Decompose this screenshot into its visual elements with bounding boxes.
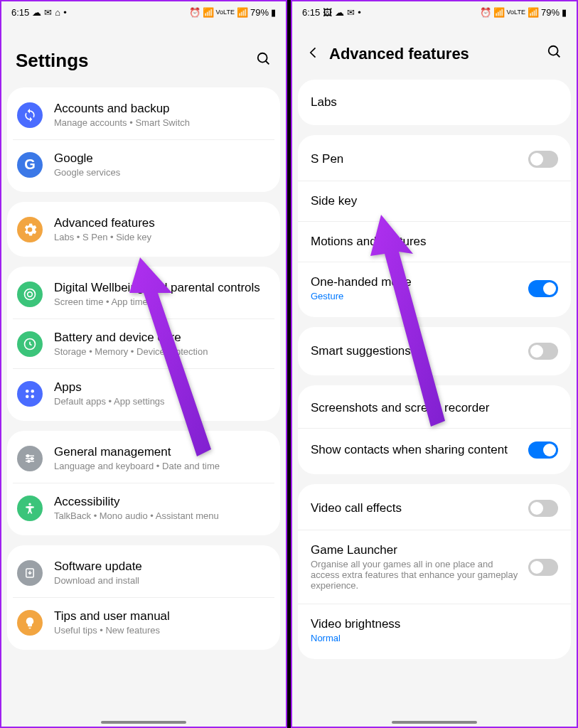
battery-pct: 79%	[250, 7, 269, 18]
image-icon: 🖼	[323, 7, 332, 18]
svg-point-5	[26, 390, 29, 393]
setting-text: Tips and user manual Useful tips • New f…	[54, 609, 270, 636]
wellbeing-icon	[17, 282, 43, 307]
adv-item-show-contacts-when-sharing-content[interactable]: Show contacts when sharing content	[298, 428, 571, 471]
settings-item-accessibility[interactable]: Accessibility TalkBack • Mono audio • As…	[13, 483, 274, 532]
setting-subtitle: Labs • S Pen • Side key	[54, 232, 270, 242]
toggle-switch[interactable]	[528, 151, 558, 168]
svg-point-0	[258, 53, 267, 62]
adv-title: Labs	[311, 95, 552, 109]
setting-text: Apps Default apps • App settings	[54, 380, 270, 407]
home-icon: ⌂	[55, 7, 60, 18]
settings-card: Accounts and backup Manage accounts • Sm…	[7, 87, 280, 192]
sliders-icon	[17, 446, 43, 471]
settings-item-battery-and-device-care[interactable]: Battery and device care Storage • Memory…	[13, 318, 274, 368]
adv-text: Side key	[311, 194, 558, 208]
toggle-switch[interactable]	[528, 500, 558, 517]
settings-card: Software update Download and install Tip…	[7, 545, 280, 650]
status-bar: 6:15 🖼 ☁ ✉ • ⏰ 📶 VoLTE 📶 79% ▮	[292, 1, 577, 23]
setting-text: Google Google services	[54, 151, 270, 178]
volte-icon: VoLTE	[507, 9, 525, 16]
setting-text: Software update Download and install	[54, 560, 270, 586]
adv-title: One-handed mode	[311, 275, 523, 289]
adv-text: Screenshots and screen recorder	[311, 401, 558, 415]
settings-card: Advanced features Labs • S Pen • Side ke…	[7, 202, 280, 257]
advanced-card: Video call effects Game Launcher Organis…	[298, 484, 571, 659]
adv-item-game-launcher[interactable]: Game Launcher Organise all your games al…	[298, 530, 571, 604]
settings-item-advanced-features[interactable]: Advanced features Labs • S Pen • Side ke…	[7, 205, 280, 254]
gear-icon	[17, 217, 43, 242]
toggle-switch[interactable]	[528, 441, 558, 459]
settings-item-apps[interactable]: Apps Default apps • App settings	[13, 368, 274, 418]
svg-point-2	[25, 289, 36, 299]
apps-icon	[17, 381, 43, 407]
settings-item-software-update[interactable]: Software update Download and install	[7, 548, 280, 597]
back-button[interactable]	[306, 44, 321, 64]
signal-icon: 📶	[237, 7, 248, 18]
setting-title: Digital Wellbeing and parental controls	[54, 281, 270, 295]
a11y-icon	[17, 496, 43, 521]
svg-point-3	[28, 291, 33, 296]
setting-title: Advanced features	[54, 216, 270, 230]
battery-icon: ▮	[562, 7, 567, 18]
adv-title: Video call effects	[311, 501, 523, 515]
alarm-icon: ⏰	[480, 7, 491, 18]
adv-text: Video call effects	[311, 501, 528, 515]
battery-pct: 79%	[541, 7, 560, 18]
adv-text: Smart suggestions	[311, 344, 528, 358]
setting-title: Accounts and backup	[54, 102, 270, 116]
adv-text: One-handed mode Gesture	[311, 275, 528, 301]
battery-icon	[17, 331, 43, 357]
adv-text: Show contacts when sharing content	[311, 443, 528, 457]
adv-title: Smart suggestions	[311, 344, 523, 358]
home-indicator[interactable]	[392, 721, 477, 724]
adv-subtitle: Organise all your games all in one place…	[311, 559, 523, 591]
settings-item-general-management[interactable]: General management Language and keyboard…	[7, 434, 280, 483]
adv-item-motions-and-gestures[interactable]: Motions and gestures	[298, 221, 571, 262]
page-title: Advanced features	[329, 45, 469, 63]
setting-text: Accessibility TalkBack • Mono audio • As…	[54, 495, 270, 521]
setting-title: Software update	[54, 560, 270, 574]
adv-text: Game Launcher Organise all your games al…	[311, 543, 528, 591]
adv-item-video-call-effects[interactable]: Video call effects	[298, 487, 571, 530]
search-icon[interactable]	[547, 44, 562, 64]
settings-item-tips-and-user-manual[interactable]: Tips and user manual Useful tips • New f…	[13, 597, 274, 647]
svg-point-15	[28, 503, 31, 505]
adv-item-labs[interactable]: Labs	[298, 82, 571, 122]
adv-item-video-brightness[interactable]: Video brightness Normal	[298, 604, 571, 656]
svg-line-1	[266, 60, 269, 64]
mail-icon: ✉	[44, 7, 52, 18]
adv-item-one-handed-mode[interactable]: One-handed mode Gesture	[298, 262, 571, 314]
adv-item-s-pen[interactable]: S Pen	[298, 138, 571, 181]
adv-item-screenshots-and-screen-recorder[interactable]: Screenshots and screen recorder	[298, 388, 571, 428]
setting-text: Accounts and backup Manage accounts • Sm…	[54, 102, 270, 128]
phone-right: 6:15 🖼 ☁ ✉ • ⏰ 📶 VoLTE 📶 79% ▮ Advanced …	[291, 0, 578, 728]
home-indicator[interactable]	[101, 721, 186, 724]
adv-subtitle: Gesture	[311, 291, 523, 301]
toggle-switch[interactable]	[528, 280, 558, 297]
adv-item-side-key[interactable]: Side key	[298, 181, 571, 221]
settings-item-digital-wellbeing-and-parental-controls[interactable]: Digital Wellbeing and parental controls …	[7, 269, 280, 318]
adv-item-smart-suggestions[interactable]: Smart suggestions	[298, 330, 571, 373]
adv-title: Game Launcher	[311, 543, 523, 557]
adv-text: Video brightness Normal	[311, 617, 558, 643]
setting-title: Accessibility	[54, 495, 270, 509]
svg-point-17	[549, 46, 558, 55]
toggle-switch[interactable]	[528, 343, 558, 360]
settings-item-google[interactable]: G Google Google services	[13, 139, 274, 189]
svg-point-7	[26, 395, 29, 398]
toggle-switch[interactable]	[528, 559, 558, 576]
dot-icon: •	[63, 7, 67, 18]
update-icon	[17, 560, 43, 586]
advanced-card: Screenshots and screen recorder Show con…	[298, 385, 571, 474]
search-icon[interactable]	[256, 51, 272, 71]
wifi-icon: 📶	[203, 7, 214, 18]
settings-content: Accounts and backup Manage accounts • Sm…	[1, 87, 286, 650]
svg-point-13	[31, 457, 33, 459]
cloud-icon: ☁	[335, 7, 344, 18]
advanced-card: Labs	[298, 80, 571, 125]
adv-title: Side key	[311, 194, 552, 208]
setting-title: Google	[54, 151, 270, 166]
settings-item-accounts-and-backup[interactable]: Accounts and backup Manage accounts • Sm…	[7, 90, 280, 139]
setting-subtitle: Default apps • App settings	[54, 396, 270, 407]
